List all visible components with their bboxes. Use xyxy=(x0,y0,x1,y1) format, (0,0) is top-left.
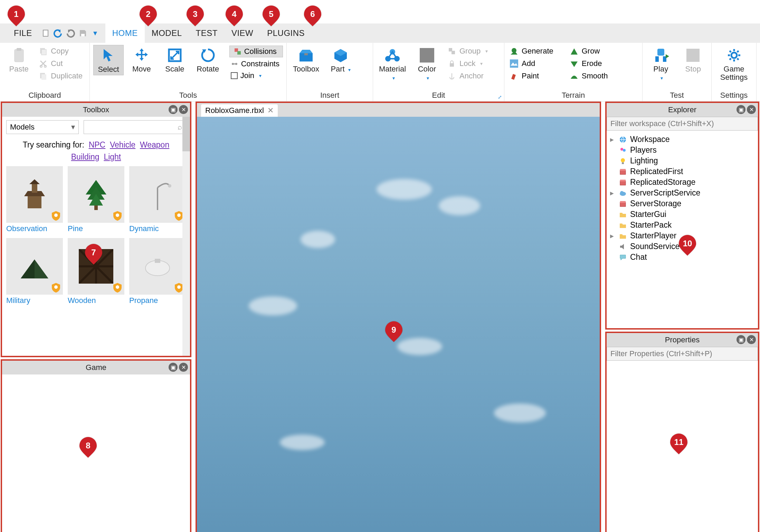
explorer-filter-input[interactable] xyxy=(607,117,758,131)
dialog-launcher-icon[interactable]: ⤢ xyxy=(498,94,502,100)
move-tool-button[interactable]: Move xyxy=(126,45,157,75)
toolbox-scrollbar[interactable] xyxy=(182,117,190,356)
restore-icon[interactable]: ▣ xyxy=(737,335,745,344)
suggestion-link[interactable]: Light xyxy=(104,152,121,161)
callout-4: 4 xyxy=(226,6,243,26)
terrain-paint-button[interactable]: Paint xyxy=(508,70,557,82)
tree-item-label: SoundService xyxy=(630,242,680,251)
svg-rect-0 xyxy=(43,30,48,36)
anchor-button[interactable]: Anchor xyxy=(446,70,491,82)
terrain-smooth-button[interactable]: Smooth xyxy=(568,70,611,82)
terrain-erode-button[interactable]: Erode xyxy=(568,58,611,69)
tree-item[interactable]: ▶ServerScriptService xyxy=(609,188,756,198)
group-button[interactable]: Group▾ xyxy=(446,46,491,57)
game-settings-button[interactable]: Game Settings xyxy=(715,45,753,83)
toolbox-item-label: Pine xyxy=(68,224,124,233)
tree-item[interactable]: ServerStorage xyxy=(609,198,756,209)
save-icon[interactable] xyxy=(78,28,88,38)
toolbox-item[interactable]: Pine xyxy=(68,166,124,233)
stop-button[interactable]: Stop xyxy=(678,45,708,75)
toolbox-button[interactable]: Toolbox xyxy=(290,45,322,75)
tree-item[interactable]: StarterPack xyxy=(609,220,756,230)
undo-icon[interactable] xyxy=(53,28,63,38)
svg-rect-48 xyxy=(620,169,626,171)
restore-icon[interactable]: ▣ xyxy=(169,105,178,114)
ribbon-group-label: Clipboard xyxy=(3,91,86,100)
svg-point-27 xyxy=(731,53,737,58)
menu-view[interactable]: VIEW xyxy=(225,23,260,43)
restore-icon[interactable]: ▣ xyxy=(169,363,178,372)
tree-item[interactable]: ReplicatedStorage xyxy=(609,177,756,188)
join-dropdown[interactable]: Join▾ xyxy=(229,70,283,81)
tree-item[interactable]: Players xyxy=(609,145,756,155)
scrollbar-thumb[interactable] xyxy=(182,117,190,151)
suggestion-link[interactable]: Building xyxy=(71,152,99,161)
paste-button[interactable]: Paste xyxy=(3,45,34,75)
suggestion-link[interactable]: Vehicle xyxy=(110,140,135,149)
tree-item[interactable]: ▶Workspace xyxy=(609,134,756,145)
terrain-generate-button[interactable]: Generate xyxy=(508,46,557,57)
properties-filter-input[interactable] xyxy=(607,347,758,361)
menu-model[interactable]: MODEL xyxy=(145,23,189,43)
ribbon-group-label: Insert xyxy=(290,91,369,100)
terrain-grow-button[interactable]: Grow xyxy=(568,46,611,57)
material-button[interactable]: Material▾ xyxy=(377,45,408,83)
tree-item-label: StarterGui xyxy=(630,210,666,219)
collisions-toggle[interactable]: Collisions xyxy=(229,46,283,57)
tree-caret-icon[interactable]: ▶ xyxy=(610,190,616,196)
tree-item[interactable]: Lighting xyxy=(609,155,756,166)
toolbox-item[interactable]: Propane xyxy=(129,238,186,305)
suggestion-link[interactable]: NPC xyxy=(89,140,106,149)
lock-button[interactable]: Lock▾ xyxy=(446,58,491,69)
play-button[interactable]: Play▾ xyxy=(646,45,676,83)
toolbox-item[interactable]: Observation xyxy=(6,166,63,233)
explorer-panel-header[interactable]: Explorer ▣✕ xyxy=(607,103,758,117)
redo-icon[interactable] xyxy=(65,28,76,38)
close-icon[interactable]: ✕ xyxy=(267,106,274,115)
svg-point-44 xyxy=(623,149,626,152)
part-button[interactable]: Part ▾ xyxy=(325,45,357,75)
restore-icon[interactable]: ▣ xyxy=(737,105,745,114)
svg-point-32 xyxy=(116,213,119,217)
menu-plugins[interactable]: PLUGINS xyxy=(260,23,312,43)
tree-caret-icon[interactable]: ▶ xyxy=(610,233,616,239)
game-panel-header[interactable]: Game ▣ ✕ xyxy=(2,361,190,374)
terrain-add-button[interactable]: Add xyxy=(508,58,557,69)
toolbox-category-select[interactable]: Models▾ xyxy=(6,120,79,134)
close-icon[interactable]: ✕ xyxy=(179,105,188,114)
close-icon[interactable]: ✕ xyxy=(179,363,188,372)
toolbox-search-input[interactable]: ⌕ xyxy=(84,120,186,134)
copy-button[interactable]: Copy xyxy=(37,46,86,57)
tree-item-label: StarterPlayer xyxy=(630,231,676,240)
menu-test[interactable]: TEST xyxy=(189,23,225,43)
tree-caret-icon[interactable]: ▶ xyxy=(610,137,616,142)
toolbox-thumbnail xyxy=(129,166,186,223)
color-button[interactable]: Color▾ xyxy=(411,45,443,83)
menu-file[interactable]: FILE xyxy=(7,23,39,43)
toolbox-item-label: Wooden xyxy=(68,296,124,305)
toolbox-item[interactable]: Dynamic xyxy=(129,166,186,233)
scale-tool-button[interactable]: Scale xyxy=(160,45,190,75)
toolbox-panel-header[interactable]: Toolbox ▣ ✕ xyxy=(2,103,190,117)
document-tab[interactable]: RobloxGame.rbxl ✕ xyxy=(201,104,278,117)
cut-button[interactable]: Cut xyxy=(37,58,86,69)
duplicate-button[interactable]: Duplicate xyxy=(37,70,86,82)
players-icon xyxy=(618,146,627,155)
tree-item[interactable]: StarterGui xyxy=(609,209,756,220)
tree-item-label: ServerScriptService xyxy=(630,188,700,198)
new-file-icon[interactable] xyxy=(40,28,51,38)
rotate-tool-button[interactable]: Rotate xyxy=(193,45,223,75)
tree-item[interactable]: ReplicatedFirst xyxy=(609,166,756,177)
menu-home[interactable]: HOME xyxy=(105,23,145,43)
close-icon[interactable]: ✕ xyxy=(747,335,756,344)
toolbox-item[interactable]: Military xyxy=(6,238,63,305)
toolbox-panel: Toolbox ▣ ✕ Models▾ ⌕ Try searching for:… xyxy=(1,102,191,357)
suggestion-link[interactable]: Weapon xyxy=(140,140,169,149)
svg-point-41 xyxy=(177,285,181,289)
close-icon[interactable]: ✕ xyxy=(747,105,756,114)
svg-rect-50 xyxy=(620,180,626,181)
constraints-toggle[interactable]: Constraints xyxy=(229,59,283,69)
qa-chevron-icon[interactable]: ▾ xyxy=(90,28,101,38)
properties-panel-header[interactable]: Properties ▣✕ xyxy=(607,333,758,347)
select-tool-button[interactable]: Select xyxy=(93,45,124,75)
